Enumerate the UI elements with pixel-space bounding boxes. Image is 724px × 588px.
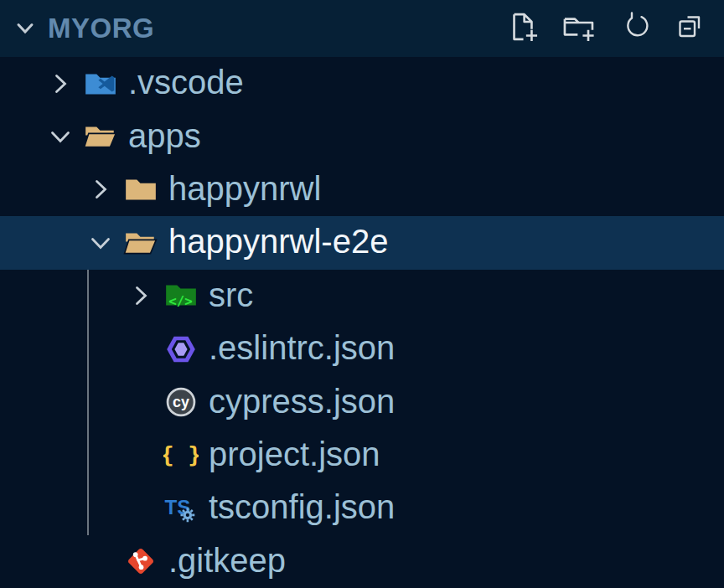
src-folder-icon: </> xyxy=(163,278,199,313)
tree-item-gitkeep[interactable]: .gitkeep xyxy=(0,535,724,588)
indent-guide xyxy=(87,270,89,535)
svg-text:</>: </> xyxy=(168,293,192,309)
header-actions xyxy=(504,9,711,48)
tree-item-label: src xyxy=(209,278,253,314)
new-folder-icon xyxy=(561,8,597,49)
file-tree: .vscode apps happynrwl happynrwl-e2e </>… xyxy=(0,57,724,588)
new-file-button[interactable] xyxy=(504,9,542,48)
tree-item-label: cypress.json xyxy=(209,384,395,420)
tree-item-label: tsconfig.json xyxy=(209,490,395,526)
explorer-panel: MYORG .vscode apps happynrwl happynrwl-e… xyxy=(0,0,724,588)
tree-item-label: apps xyxy=(128,119,201,155)
new-file-icon xyxy=(504,8,541,49)
tree-item-cypress-json[interactable]: cycypress.json xyxy=(0,375,724,428)
tree-item-label: happynrwl-e2e xyxy=(168,224,388,260)
explorer-section-header[interactable]: MYORG xyxy=(0,0,724,57)
section-title: MYORG xyxy=(48,13,154,44)
twisty-spacer xyxy=(127,387,163,417)
tree-item-label: happynrwl xyxy=(168,172,321,208)
twisty-spacer xyxy=(86,546,123,576)
tree-item-label: .gitkeep xyxy=(168,544,286,580)
chevron-down-icon[interactable] xyxy=(11,14,39,43)
collapse-all-button[interactable] xyxy=(672,9,711,48)
folder-open-icon xyxy=(83,119,118,154)
tree-item-tsconfig-json[interactable]: TS tsconfig.json xyxy=(0,482,724,534)
json-braces-icon: { } xyxy=(163,437,199,472)
chevron-right-icon[interactable] xyxy=(86,174,123,204)
chevron-down-icon[interactable] xyxy=(46,121,83,152)
twisty-spacer xyxy=(127,440,163,470)
collapse-all-icon xyxy=(675,10,708,47)
tree-item-eslintrc-json[interactable]: .eslintrc.json xyxy=(0,322,724,375)
tree-item-happynrwl-e2e[interactable]: happynrwl-e2e xyxy=(0,216,724,269)
tsconfig-icon: TS xyxy=(163,491,199,526)
folder-open-icon xyxy=(123,225,158,260)
tree-item-src[interactable]: </>src xyxy=(0,270,724,322)
new-folder-button[interactable] xyxy=(560,9,598,48)
twisty-spacer xyxy=(127,334,163,364)
svg-text:cy: cy xyxy=(173,394,189,410)
cypress-icon: cy xyxy=(163,384,199,420)
vscode-folder-icon xyxy=(83,66,118,101)
eslint-icon xyxy=(163,332,199,367)
tree-item-apps[interactable]: apps xyxy=(0,110,724,162)
tree-item-vscode[interactable]: .vscode xyxy=(0,57,724,110)
svg-text:{ }: { } xyxy=(163,441,199,467)
tree-item-label: .vscode xyxy=(128,65,244,101)
tree-item-label: project.json xyxy=(209,437,380,473)
refresh-button[interactable] xyxy=(616,9,654,48)
tree-item-project-json[interactable]: { }project.json xyxy=(0,429,724,482)
tree-item-label: .eslintrc.json xyxy=(209,331,395,367)
chevron-right-icon[interactable] xyxy=(46,69,83,99)
git-icon xyxy=(123,544,158,579)
refresh-icon xyxy=(618,10,652,47)
chevron-down-icon[interactable] xyxy=(86,228,123,258)
tree-item-happynrwl[interactable]: happynrwl xyxy=(0,163,724,216)
folder-closed-icon xyxy=(123,172,158,207)
chevron-right-icon[interactable] xyxy=(127,281,163,311)
twisty-spacer xyxy=(127,493,163,524)
